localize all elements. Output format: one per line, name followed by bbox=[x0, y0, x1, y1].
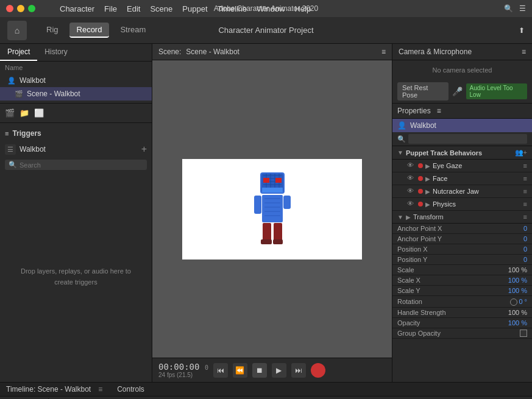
puppet-icon: 👤 bbox=[7, 76, 16, 85]
menu-file[interactable]: File bbox=[104, 4, 117, 13]
property-search: 🔍 bbox=[392, 132, 532, 146]
position-y-value[interactable]: 0 bbox=[523, 256, 527, 263]
minimize-button[interactable] bbox=[17, 5, 24, 12]
menu-puppet[interactable]: Puppet bbox=[182, 4, 207, 13]
rest-pose-button[interactable]: Set Rest Pose bbox=[397, 82, 449, 101]
tab-stream[interactable]: Stream bbox=[113, 23, 153, 38]
transform-chevron-icon: ▼ bbox=[397, 214, 403, 221]
tree-item-walkbot[interactable]: 👤 Walkbot bbox=[0, 74, 152, 87]
search-left-icon[interactable]: ⬜ bbox=[34, 108, 44, 118]
face-visibility-icon[interactable]: 👁 bbox=[407, 174, 416, 183]
rotation-icon bbox=[510, 297, 519, 306]
transform-header[interactable]: ▼ ▶ Transform ≡ bbox=[392, 211, 532, 224]
eye-gaze-menu-icon[interactable]: ≡ bbox=[523, 162, 527, 169]
physics-visibility-icon[interactable]: 👁 bbox=[407, 200, 416, 208]
eye-gaze-label: Eye Gaze bbox=[433, 162, 523, 169]
scene-canvas bbox=[182, 159, 362, 260]
handle-strength-value[interactable]: 100 % bbox=[508, 309, 527, 316]
tree-item-scene[interactable]: 🎬 Scene - Walkbot bbox=[0, 87, 152, 101]
cam-mic-menu-icon[interactable]: ≡ bbox=[522, 48, 526, 56]
position-x-value[interactable]: 0 bbox=[523, 245, 527, 253]
folder-icon[interactable]: 📁 bbox=[20, 108, 29, 118]
rewind-button[interactable]: ⏪ bbox=[233, 363, 247, 378]
scale-value[interactable]: 100 % bbox=[508, 266, 527, 274]
drop-area: Drop layers, replays, or audio here to c… bbox=[0, 172, 152, 382]
walkbot-property-row[interactable]: 👤 Walkbot bbox=[392, 119, 532, 132]
triggers-header: ≡ Triggers bbox=[0, 125, 152, 141]
toolbar-export[interactable]: ⬆ bbox=[519, 26, 525, 35]
close-button[interactable] bbox=[6, 5, 13, 12]
scale-x-value[interactable]: 100 % bbox=[508, 277, 527, 284]
face-label: Face bbox=[433, 175, 523, 182]
play-button[interactable]: ▶ bbox=[272, 363, 286, 378]
scene-menu-icon[interactable]: ≡ bbox=[381, 48, 386, 56]
skip-forward-button[interactable]: ⏭ bbox=[291, 363, 306, 378]
transform-menu-icon[interactable]: ≡ bbox=[523, 213, 527, 221]
timeline-menu-icon[interactable]: ≡ bbox=[98, 385, 102, 394]
opacity-value[interactable]: 100 % bbox=[508, 319, 527, 327]
maximize-button[interactable] bbox=[28, 5, 35, 12]
svg-rect-24 bbox=[273, 239, 283, 244]
scene-name: Scene - Walkbot bbox=[186, 48, 239, 56]
nutcracker-visibility-icon[interactable]: 👁 bbox=[407, 187, 416, 196]
menu-edit[interactable]: Edit bbox=[127, 4, 140, 13]
skip-back-button[interactable]: ⏮ bbox=[213, 363, 228, 378]
bottom-panel: Timeline: Scene - Walkbot ≡ Controls fra… bbox=[0, 382, 532, 399]
eye-gaze-expand-icon[interactable]: ▶ bbox=[425, 163, 430, 169]
menu-scene[interactable]: Scene bbox=[150, 4, 172, 13]
tab-project[interactable]: Project bbox=[0, 44, 37, 61]
trigger-search-input[interactable] bbox=[20, 161, 143, 169]
left-panel-tabs: Project History bbox=[0, 44, 152, 62]
center-panel: Scene: Scene - Walkbot ≡ bbox=[152, 44, 392, 382]
cam-mic-label: Camera & Microphone bbox=[399, 48, 472, 56]
transport-bar: 00:00:00 0 24 fps (21.5) ⏮ ⏪ ⏹ ▶ ⏭ bbox=[152, 358, 392, 382]
physics-expand-icon[interactable]: ▶ bbox=[425, 201, 430, 208]
eye-gaze-record-dot bbox=[418, 163, 423, 168]
left-panel: Project History Name 👤 Walkbot 🎬 Scene -… bbox=[0, 44, 152, 382]
trigger-search: 🔍 bbox=[5, 160, 147, 170]
tab-history[interactable]: History bbox=[37, 44, 74, 61]
nutcracker-record-dot bbox=[418, 189, 423, 194]
properties-menu-icon[interactable]: ≡ bbox=[437, 107, 441, 115]
rotation-value[interactable]: 0 ° bbox=[519, 298, 527, 305]
toolbar: ⌂ Rig Record Stream Character Animator P… bbox=[0, 17, 532, 44]
tab-rig[interactable]: Rig bbox=[39, 23, 66, 38]
transform-expand-icon[interactable]: ▶ bbox=[406, 214, 411, 221]
tab-record[interactable]: Record bbox=[69, 23, 110, 38]
toolbar-tabs: Rig Record Stream bbox=[39, 23, 153, 38]
scale-y-value[interactable]: 100 % bbox=[508, 287, 527, 294]
physics-menu-icon[interactable]: ≡ bbox=[523, 200, 527, 208]
time-code: 00:00:00 0 bbox=[158, 362, 208, 372]
behaviors-chevron-icon: ▼ bbox=[397, 149, 403, 156]
transform-position-x: Position X 0 bbox=[392, 244, 532, 255]
walkbot-prop-icon: 👤 bbox=[397, 121, 406, 130]
nutcracker-expand-icon[interactable]: ▶ bbox=[425, 188, 430, 195]
stop-button[interactable]: ⏹ bbox=[252, 363, 267, 378]
transform-rotation: Rotation 0 ° bbox=[392, 296, 532, 308]
group-opacity-checkbox[interactable] bbox=[520, 330, 527, 337]
property-search-input[interactable] bbox=[408, 134, 527, 144]
behaviors-section-header[interactable]: ▼ Puppet Track Behaviors 👥+ bbox=[392, 146, 532, 160]
home-button[interactable]: ⌂ bbox=[7, 21, 27, 40]
menu-character[interactable]: Character bbox=[60, 4, 94, 13]
audio-level-badge: Audio Level Too Low bbox=[466, 83, 527, 99]
record-button[interactable] bbox=[311, 363, 325, 378]
control-center-icon[interactable]: ☰ bbox=[519, 4, 526, 13]
face-menu-icon[interactable]: ≡ bbox=[523, 175, 527, 182]
anchor-y-value[interactable]: 0 bbox=[523, 235, 527, 242]
controls-label[interactable]: Controls bbox=[117, 385, 144, 394]
cam-mic-header: Camera & Microphone ≡ bbox=[392, 44, 532, 60]
anchor-x-value[interactable]: 0 bbox=[523, 225, 527, 232]
face-expand-icon[interactable]: ▶ bbox=[425, 175, 430, 182]
behaviors-add-icon[interactable]: 👥+ bbox=[515, 149, 527, 157]
project-title: Character Animator Project bbox=[218, 26, 313, 35]
search-icon: 🔍 bbox=[9, 161, 17, 169]
eye-gaze-visibility-icon[interactable]: 👁 bbox=[407, 161, 416, 170]
new-item-icon[interactable]: 🎬 bbox=[5, 108, 15, 118]
main-layout: Project History Name 👤 Walkbot 🎬 Scene -… bbox=[0, 44, 532, 382]
divider bbox=[0, 103, 152, 104]
spotlight-icon[interactable]: 🔍 bbox=[504, 4, 513, 13]
nutcracker-menu-icon[interactable]: ≡ bbox=[523, 188, 527, 195]
add-trigger-btn[interactable]: + bbox=[141, 144, 147, 155]
scene-icon: 🎬 bbox=[15, 90, 23, 98]
